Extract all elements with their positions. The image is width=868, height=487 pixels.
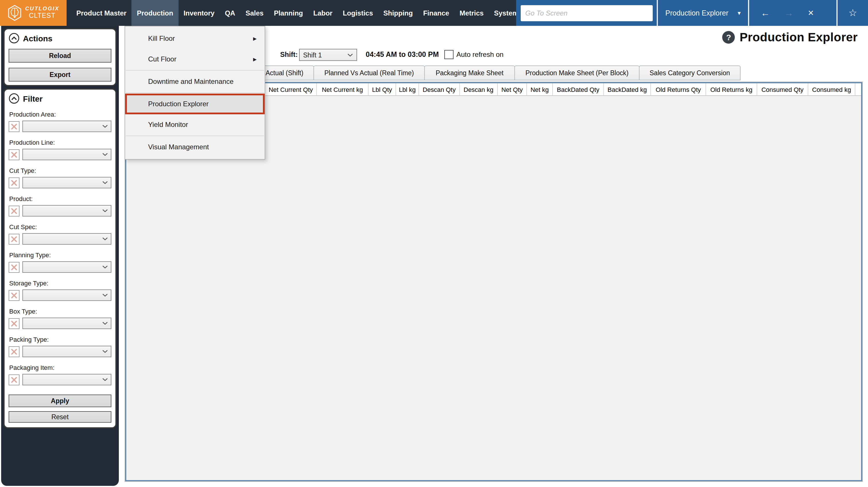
filter-row-packing-type	[9, 346, 112, 357]
reload-button[interactable]: Reload	[9, 49, 112, 63]
forward-arrow-icon[interactable]: →	[784, 8, 794, 18]
filter-label-product: Product:	[9, 195, 111, 202]
menu-item-production-explorer[interactable]: Production Explorer	[125, 94, 265, 114]
chevron-down-icon	[102, 378, 108, 381]
apply-button[interactable]: Apply	[9, 395, 112, 407]
production-area-select[interactable]	[22, 121, 112, 132]
page-title: ? Production Explorer	[722, 30, 858, 44]
menu-item-label: Kill Floor	[148, 34, 175, 42]
filter-row-product	[9, 205, 112, 216]
tab-packaging-make-sheet[interactable]: Packaging Make Sheet	[424, 65, 515, 81]
column-header-old-returns-qty[interactable]: Old Returns Qty	[651, 83, 706, 95]
brand-name: CUTLOGIX	[25, 6, 59, 12]
nav-item-qa[interactable]: QA	[220, 0, 240, 26]
back-arrow-icon[interactable]: ←	[761, 8, 770, 18]
clear-x-icon	[11, 376, 17, 383]
packing-type-select[interactable]	[22, 346, 112, 357]
clear-packaging-item-button[interactable]	[9, 374, 20, 385]
box-type-select[interactable]	[22, 317, 112, 329]
clear-packing-type-button[interactable]	[9, 346, 20, 357]
history-buttons: ← → ✕	[749, 8, 832, 18]
favorite-star-icon[interactable]: ☆	[838, 0, 868, 26]
filter-label-box-type: Box Type:	[9, 308, 111, 315]
cut-type-select[interactable]	[22, 177, 112, 188]
screen-selector-value: Production Explorer	[665, 9, 728, 17]
filter-row-box-type	[9, 317, 112, 329]
clear-planning-type-button[interactable]	[9, 262, 20, 273]
menu-item-label: Visual Management	[148, 143, 209, 151]
filter-panel: Filter Production Area:Production Line:C…	[3, 88, 117, 428]
planning-type-select[interactable]	[22, 261, 112, 273]
clear-x-icon	[11, 348, 17, 355]
tab-production-make-sheet-per-block[interactable]: Production Make Sheet (Per Block)	[515, 65, 640, 81]
production-line-select[interactable]	[22, 149, 112, 160]
nav-item-planning[interactable]: Planning	[269, 0, 308, 26]
menu-item-yield-monitor[interactable]: Yield Monitor	[125, 114, 265, 135]
close-icon[interactable]: ✕	[808, 9, 814, 17]
column-header-net-current-qty[interactable]: Net Current Qty	[265, 83, 317, 95]
actions-panel-header[interactable]: Actions	[9, 33, 112, 44]
go-to-screen-input[interactable]	[521, 5, 653, 21]
storage-type-select[interactable]	[22, 290, 112, 301]
column-header-descan-kg[interactable]: Descan kg	[460, 83, 498, 95]
nav-item-metrics[interactable]: Metrics	[454, 0, 489, 26]
column-header-net-current-kg[interactable]: Net Current kg	[317, 83, 369, 95]
shift-time-range: 04:45 AM to 03:00 PM	[366, 51, 439, 59]
cut-spec-select[interactable]	[22, 233, 112, 245]
quick-toolbar: Production Explorer ▼ ← → ✕ ☆	[516, 0, 868, 26]
column-header-consumed-qty[interactable]: Consumed Qty	[757, 83, 808, 95]
export-button[interactable]: Export	[9, 68, 112, 82]
menu-item-cut-floor[interactable]: Cut Floor▶	[125, 49, 265, 69]
menu-item-downtime-and-maintenance[interactable]: Downtime and Maintenance	[125, 71, 265, 92]
screen-selector-dropdown[interactable]: Production Explorer ▼	[658, 9, 744, 17]
column-header-lbl-qty[interactable]: Lbl Qty	[369, 83, 396, 95]
nav-item-labor[interactable]: Labor	[308, 0, 338, 26]
column-header-consumed-kg[interactable]: Consumed kg	[808, 83, 856, 95]
clear-production-line-button[interactable]	[9, 149, 20, 160]
filter-row-planning-type	[9, 261, 112, 273]
column-header-backdated-qty[interactable]: BackDated Qty	[553, 83, 604, 95]
help-icon[interactable]: ?	[722, 31, 735, 44]
nav-item-shipping[interactable]: Shipping	[378, 0, 418, 26]
packaging-item-select[interactable]	[22, 374, 112, 385]
column-header-descan-qty[interactable]: Descan Qty	[419, 83, 460, 95]
shift-select[interactable]: Shift 1	[299, 49, 357, 61]
chevron-down-icon	[102, 294, 108, 297]
column-header-net-qty[interactable]: Net Qty	[498, 83, 527, 95]
nav-item-sales[interactable]: Sales	[240, 0, 269, 26]
clear-x-icon	[11, 123, 17, 129]
clear-x-icon	[11, 236, 17, 242]
menu-item-visual-management[interactable]: Visual Management	[125, 137, 265, 157]
column-header-old-returns-kg[interactable]: Old Returns kg	[706, 83, 757, 95]
menu-item-label: Cut Floor	[148, 55, 177, 63]
nav-item-inventory[interactable]: Inventory	[178, 0, 220, 26]
clear-cut-spec-button[interactable]	[9, 234, 20, 244]
nav-item-product-master[interactable]: Product Master	[71, 0, 132, 26]
filter-row-production-line	[9, 149, 112, 160]
menu-separator	[126, 70, 264, 71]
clear-production-area-button[interactable]	[9, 121, 20, 132]
nav-item-finance[interactable]: Finance	[418, 0, 454, 26]
auto-refresh-label: Auto refresh on	[456, 51, 503, 59]
clear-storage-type-button[interactable]	[9, 290, 20, 301]
nav-item-logistics[interactable]: Logistics	[338, 0, 378, 26]
tab-sales-category-conversion[interactable]: Sales Category Conversion	[639, 65, 741, 81]
reset-button[interactable]: Reset	[9, 411, 112, 423]
nav-item-production[interactable]: Production	[132, 0, 179, 26]
app-logo: CUTLOGIX CLTEST	[0, 0, 67, 26]
filter-panel-header[interactable]: Filter	[9, 93, 112, 104]
clear-x-icon	[11, 320, 17, 327]
submenu-arrow-icon: ▶	[253, 36, 257, 41]
clear-product-button[interactable]	[9, 205, 20, 216]
auto-refresh-checkbox[interactable]	[444, 50, 454, 59]
clear-box-type-button[interactable]	[9, 318, 20, 329]
clear-cut-type-button[interactable]	[9, 177, 20, 188]
column-header-lbl-kg[interactable]: Lbl kg	[396, 83, 419, 95]
product-select[interactable]	[22, 205, 112, 216]
column-header-net-kg[interactable]: Net kg	[527, 83, 553, 95]
tab-planned-vs-actual-real-time[interactable]: Planned Vs Actual (Real Time)	[313, 65, 425, 81]
filter-label-packing-type: Packing Type:	[9, 336, 111, 343]
column-header-backdated-kg[interactable]: BackDated kg	[604, 83, 651, 95]
menu-item-kill-floor[interactable]: Kill Floor▶	[125, 28, 265, 49]
column-header-p[interactable]: P	[856, 83, 862, 95]
